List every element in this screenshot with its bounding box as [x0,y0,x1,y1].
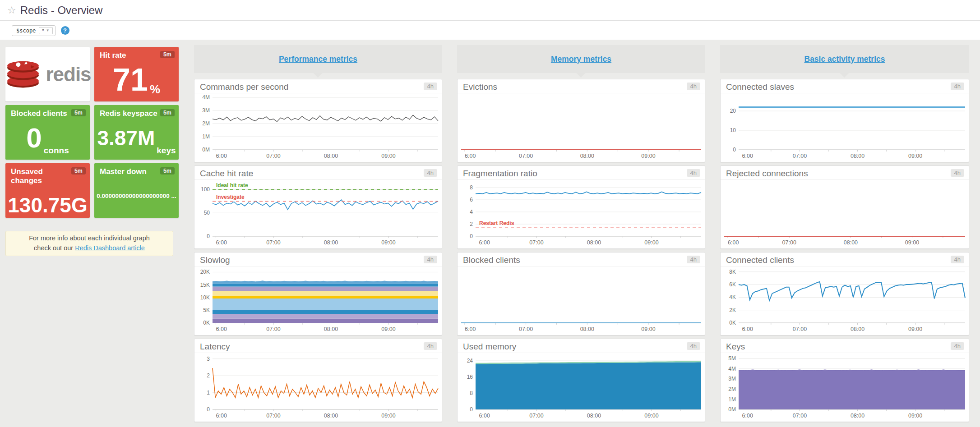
chart-commands-per-second[interactable]: 0M1M2M3M4M6:0007:0008:0009:00 [194,94,442,161]
svg-text:0M: 0M [202,147,210,153]
svg-text:07:00: 07:00 [529,413,543,419]
svg-text:10: 10 [730,127,736,133]
chart-title: Latency [200,342,230,351]
svg-text:09:00: 09:00 [644,413,658,419]
help-icon[interactable]: ? [61,26,69,35]
svg-text:08:00: 08:00 [587,413,601,419]
svg-text:4: 4 [470,209,473,215]
time-range-badge: 4h [687,256,700,263]
tile-unit: conns [44,146,69,156]
svg-text:6:00: 6:00 [742,326,753,332]
panel-rejected-connections: Rejected connections4h 6:0007:0008:0009:… [720,165,969,249]
svg-text:6K: 6K [729,281,736,288]
favorite-star-icon[interactable]: ☆ [7,5,16,16]
redis-dashboard-article-link[interactable]: Redis Dashboard article [75,244,145,252]
panel-connected-clients: Connected clients4h 0K2K4K6K8K6:0007:000… [720,252,969,335]
chart-title: Rejected connections [726,169,808,178]
svg-text:08:00: 08:00 [324,413,338,419]
time-range-badge: 4h [951,169,964,177]
blocked-clients-tile: Blocked clients 5m 0 conns [5,105,90,160]
chart-title: Connected clients [726,255,794,265]
svg-text:6:00: 6:00 [479,413,490,419]
chart-title: Connected slaves [726,82,794,92]
tile-title: Master down [100,167,147,176]
basic-activity-metrics-link[interactable]: Basic activity metrics [804,55,885,64]
chart-keys[interactable]: 0M1M2M3M4M5M6:0007:0008:0009:00 [721,354,969,421]
svg-text:4M: 4M [202,94,210,101]
chart-cache-hit-rate[interactable]: 0501006:0007:0008:0009:00Ideal hit rateI… [194,180,442,248]
redis-keyspace-tile: Redis keyspace 5m 3.87M keys [94,105,179,160]
time-range-badge: 4h [424,169,437,177]
tile-value: 71 [113,64,148,96]
tile-unit: keys [157,146,176,156]
svg-text:Restart Redis: Restart Redis [479,220,514,226]
svg-text:08:00: 08:00 [587,239,601,246]
svg-text:Investigate: Investigate [216,194,245,200]
svg-text:8: 8 [470,390,473,396]
svg-text:09:00: 09:00 [641,153,655,159]
svg-text:4M: 4M [728,366,736,372]
svg-text:15K: 15K [200,282,210,288]
svg-text:07:00: 07:00 [266,326,280,332]
chart-slowlog[interactable]: 0K5K10K15K20K6:0007:0008:0009:00 [194,267,442,335]
svg-text:3M: 3M [728,376,736,382]
time-range-badge: 4h [951,256,964,263]
svg-text:08:00: 08:00 [851,413,864,419]
chart-used-memory[interactable]: 0816246:0007:0008:0009:00 [458,354,705,421]
svg-text:0: 0 [207,406,210,413]
page-title: Redis - Overview [20,4,103,17]
svg-text:07:00: 07:00 [793,326,807,332]
svg-text:0: 0 [207,233,210,239]
svg-text:2K: 2K [729,307,736,313]
chart-connected-clients[interactable]: 0K2K4K6K8K6:0007:0008:0009:00 [721,267,969,335]
svg-text:2M: 2M [728,386,736,392]
scope-selector[interactable]: $scope * ▼ [12,25,55,36]
scope-dropdown[interactable]: * ▼ [39,27,52,34]
tile-timeframe-badge: 5m [71,109,86,116]
svg-text:50: 50 [204,210,210,216]
tile-unit: % [150,83,160,96]
chevron-down-icon: ▼ [46,28,50,32]
svg-text:09:00: 09:00 [381,326,395,332]
tile-timeframe-badge: 5m [160,167,175,174]
svg-text:5K: 5K [203,307,210,313]
chart-latency[interactable]: 01236:0007:0008:0009:00 [194,354,442,421]
svg-text:1M: 1M [728,396,736,403]
svg-text:09:00: 09:00 [908,326,922,332]
chart-blocked-clients[interactable]: 6:0007:0008:0009:00 [458,267,705,335]
svg-text:0K: 0K [203,320,210,326]
svg-text:6:00: 6:00 [216,326,227,332]
master-down-tile: Master down 5m 0.00000000000000000000 ..… [94,163,179,218]
panel-used-memory: Used memory4h 0816246:0007:0008:0009:00 [457,339,705,422]
chart-title: Fragmentation ratio [463,169,537,178]
memory-metrics-link[interactable]: Memory metrics [551,55,611,64]
tile-title: Unsaved changes [11,167,71,185]
time-range-badge: 4h [687,83,700,90]
tile-value: 0 [26,124,42,152]
chart-rejected-connections[interactable]: 6:0007:0008:0009:00 [721,180,969,248]
panel-slowlog: Slowlog4h 0K5K10K15K20K6:0007:0008:0009:… [194,252,442,335]
panel-connected-slaves: Connected slaves4h 010206:0007:0008:0009… [720,79,969,162]
panel-keys: Keys4h 0M1M2M3M4M5M6:0007:0008:0009:00 [720,339,969,422]
tile-timeframe-badge: 5m [160,51,175,58]
tile-timeframe-badge: 5m [160,109,175,116]
svg-text:10K: 10K [200,294,210,301]
svg-text:07:00: 07:00 [529,239,543,246]
chart-title: Blocked clients [463,255,520,265]
panel-blocked-clients: Blocked clients4h 6:0007:0008:0009:00 [457,252,705,335]
chart-evictions[interactable]: 6:0007:0008:0009:00 [458,94,705,161]
panel-evictions: Evictions4h 6:0007:0008:0009:00 [457,79,705,162]
chart-connected-slaves[interactable]: 010206:0007:0008:0009:00 [721,94,969,161]
performance-metrics-link[interactable]: Performance metrics [279,55,357,64]
svg-text:2: 2 [207,372,210,379]
time-range-badge: 4h [951,342,964,350]
svg-text:08:00: 08:00 [851,326,864,332]
svg-text:0K: 0K [729,320,736,326]
svg-text:8: 8 [470,184,473,191]
svg-text:0M: 0M [728,406,736,413]
chart-fragmentation-ratio[interactable]: 024686:0007:0008:0009:00Restart Redis [458,180,705,248]
svg-text:6:00: 6:00 [216,153,227,159]
svg-text:6:00: 6:00 [465,326,476,332]
svg-text:09:00: 09:00 [905,239,919,246]
svg-text:6: 6 [470,197,473,203]
